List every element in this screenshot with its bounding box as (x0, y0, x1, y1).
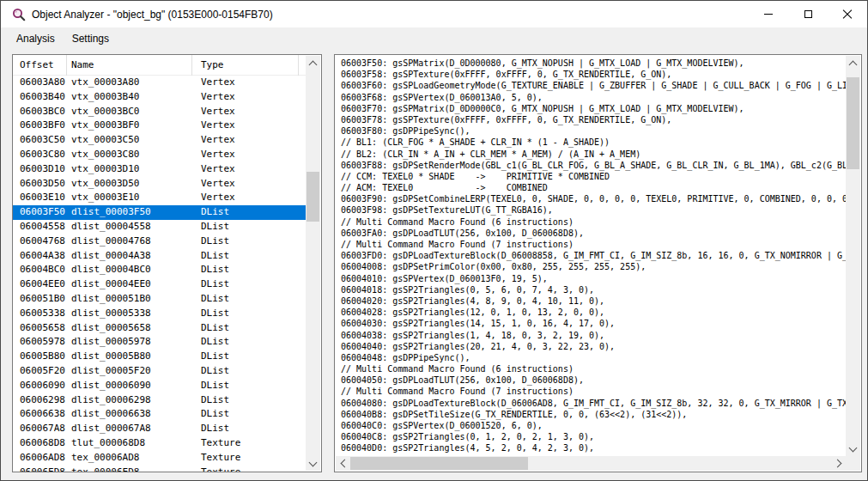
scroll-down-button[interactable] (306, 456, 320, 471)
column-header-name[interactable]: Name (67, 55, 192, 76)
cell-offset: 06003BC0 (20, 105, 65, 119)
cell-type: Vertex (201, 105, 235, 119)
cell-name: dlist_00006090 (71, 379, 151, 393)
table-row[interactable]: 06003B40vtx_00003B40Vertex (13, 90, 307, 105)
cell-name: dlist_00004BC0 (71, 263, 151, 277)
cell-name: dlist_000067A8 (71, 422, 151, 436)
code-line: // Multi Command Macro Found (7 instruct… (341, 386, 846, 397)
cell-offset: 06003D10 (20, 162, 65, 177)
menu-settings[interactable]: Settings (64, 29, 118, 48)
code-line: // Multi Command Macro Found (7 instruct… (341, 239, 846, 250)
scroll-right-button[interactable] (831, 456, 846, 471)
table-row[interactable]: 06003A80vtx_00003A80Vertex (13, 76, 307, 90)
table-row[interactable]: 06004768dlist_00004768DList (13, 234, 307, 249)
table-row[interactable]: 06003C80vtx_00003C80Vertex (13, 148, 307, 162)
cell-type: DList (201, 277, 229, 292)
cell-name: dlist_00006638 (71, 407, 151, 422)
column-header-type[interactable]: Type (192, 55, 299, 76)
cell-offset: 06006090 (20, 379, 65, 393)
table-row[interactable]: 06006638dlist_00006638DList (13, 407, 307, 422)
code-line: 06004018: gsSP2Triangles(0, 5, 6, 0, 7, … (341, 284, 846, 295)
code-vertical-scrollbar[interactable] (846, 56, 860, 456)
cell-offset: 06005F20 (20, 364, 65, 379)
code-line: 06004028: gsSP2Triangles(12, 0, 1, 0, 13… (341, 307, 846, 318)
cell-type: Vertex (201, 177, 235, 192)
code-line: 06003F78: gsSPTexture(0xFFFF, 0xFFFF, 0,… (341, 114, 846, 125)
code-line: // BL1: (CLR_FOG * A_SHADE + CLR_IN * (1… (341, 137, 846, 148)
scroll-up-button[interactable] (306, 56, 320, 70)
table-row[interactable]: 06003E10vtx_00003E10Vertex (13, 191, 307, 205)
code-line: 06004040: gsSP2Triangles(20, 21, 4, 0, 3… (341, 341, 846, 352)
scrollbar-thumb[interactable] (350, 457, 528, 470)
table-row[interactable]: 06003F50dlist_00003F50DList (13, 205, 307, 220)
cell-type: DList (201, 205, 229, 220)
cell-offset: 06003C50 (20, 133, 65, 148)
code-panel: 06003F50: gsSPMatrix(D_0D000080, G_MTX_N… (334, 54, 862, 472)
cell-name: dlist_00006298 (71, 393, 151, 408)
table-row[interactable]: 06006ED8tex_00006ED8Texture (13, 466, 307, 472)
code-lines[interactable]: 06003F50: gsSPMatrix(D_0D000080, G_MTX_N… (336, 56, 846, 456)
code-line: 06003F68: gsSPVertex(D_060013A0, 5, 0), (341, 92, 846, 103)
table-row[interactable]: 06005978dlist_00005978DList (13, 335, 307, 350)
table-row[interactable]: 06004A38dlist_00004A38DList (13, 249, 307, 264)
table-row[interactable]: 06006090dlist_00006090DList (13, 379, 307, 393)
scroll-left-button[interactable] (336, 456, 350, 471)
menu-analysis[interactable]: Analysis (8, 29, 64, 48)
cell-type: Texture (201, 436, 240, 451)
table-row[interactable]: 06006298dlist_00006298DList (13, 393, 307, 408)
cell-offset: 06006298 (20, 393, 65, 408)
table-row[interactable]: 060051B0dlist_000051B0DList (13, 292, 307, 307)
table-row[interactable]: 06005B80dlist_00005B80DList (13, 350, 307, 364)
minimize-button[interactable] (749, 1, 788, 27)
cell-offset: 060067A8 (20, 422, 65, 436)
table-row[interactable]: 06003BF0vtx_00003BF0Vertex (13, 119, 307, 133)
cell-type: DList (201, 350, 229, 364)
table-row[interactable]: 06004558dlist_00004558DList (13, 220, 307, 234)
close-button[interactable] (828, 1, 867, 27)
scroll-up-button[interactable] (846, 56, 860, 70)
cell-name: dlist_00005B80 (71, 350, 151, 364)
cell-type: DList (201, 220, 229, 234)
table-row[interactable]: 06004EE0dlist_00004EE0DList (13, 277, 307, 292)
code-line: 06003F88: gsDPSetRenderMode(GBL_c1(G_BL_… (341, 160, 846, 171)
table-row[interactable]: 06005F20dlist_00005F20DList (13, 364, 307, 379)
cell-name: tex_00006AD8 (71, 451, 139, 466)
table-row[interactable]: 06005338dlist_00005338DList (13, 307, 307, 321)
maximize-button[interactable] (788, 1, 828, 27)
scrollbar-thumb[interactable] (307, 172, 319, 222)
cell-name: dlist_000051B0 (71, 292, 151, 307)
chevron-up-icon (849, 61, 858, 70)
window-controls (749, 1, 867, 27)
table-row[interactable]: 060067A8dlist_000067A8DList (13, 422, 307, 436)
table-row[interactable]: 06005658dlist_00005658DList (13, 321, 307, 336)
table-row[interactable]: 06003D10vtx_00003D10Vertex (13, 162, 307, 177)
object-list-panel: Offset Name Type 06003A80vtx_00003A80Ver… (12, 54, 322, 472)
code-line: 06004010: gsSPVertex(D_060013F0, 19, 5), (341, 273, 846, 284)
table-row[interactable]: 06006AD8tex_00006AD8Texture (13, 451, 307, 466)
code-line: 06003F70: gsSPMatrix(D_0D0000C0, G_MTX_N… (341, 103, 846, 114)
code-horizontal-scrollbar[interactable] (336, 456, 846, 471)
table-row[interactable]: 06003C50vtx_00003C50Vertex (13, 133, 307, 148)
table-row[interactable]: 06003D50vtx_00003D50Vertex (13, 177, 307, 192)
table-row[interactable]: 06004BC0dlist_00004BC0DList (13, 263, 307, 277)
cell-type: DList (201, 407, 229, 422)
cell-name: dlist_00005658 (71, 321, 151, 336)
table-row[interactable]: 060068D8tlut_000068D8Texture (13, 436, 307, 451)
cell-type: Vertex (201, 162, 235, 177)
cell-type: DList (201, 321, 229, 336)
cell-name: vtx_00003B40 (71, 90, 139, 105)
scroll-down-button[interactable] (846, 441, 860, 456)
object-list-scrollbar[interactable] (306, 56, 320, 471)
titlebar[interactable]: Object Analyzer - "object_bg" (0153E000-… (1, 1, 867, 27)
scrollbar-thumb[interactable] (847, 77, 859, 169)
column-header-offset[interactable]: Offset (13, 55, 67, 76)
cell-type: Vertex (201, 133, 235, 148)
code-line: 060040B8: gsDPSetTileSize(G_TX_RENDERTIL… (341, 409, 846, 420)
cell-offset: 06004EE0 (20, 277, 65, 292)
cell-type: DList (201, 335, 229, 350)
table-row[interactable]: 06003BC0vtx_00003BC0Vertex (13, 105, 307, 119)
cell-type: DList (201, 292, 229, 307)
cell-type: Vertex (201, 76, 235, 90)
minimize-icon (764, 14, 773, 15)
code-line: 06003F80: gsDPPipeSync(), (341, 125, 846, 137)
